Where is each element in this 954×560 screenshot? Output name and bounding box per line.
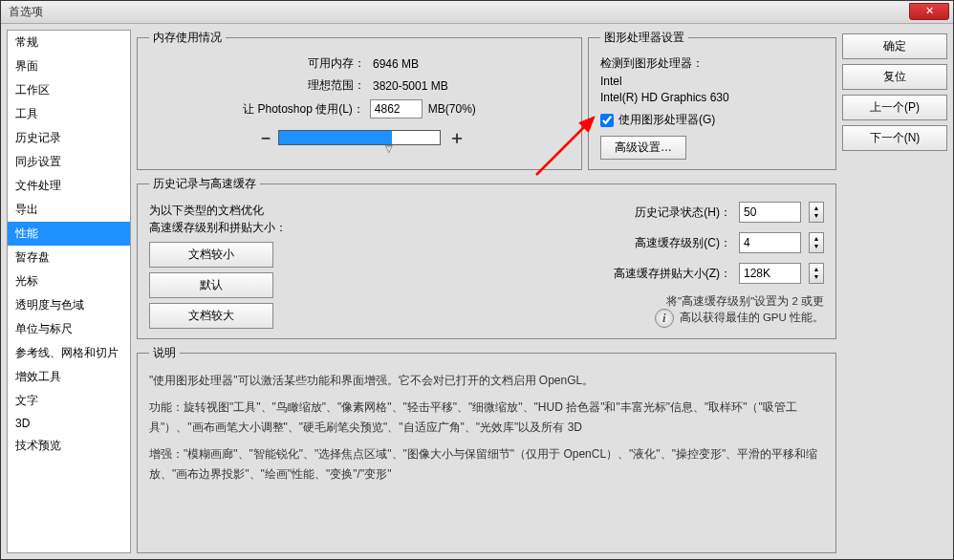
sidebar-item-7[interactable]: 导出 <box>8 198 130 222</box>
main-panel: 内存使用情况 可用内存： 6946 MB 理想范围： 3820-5001 MB … <box>137 30 836 553</box>
sidebar-item-1[interactable]: 界面 <box>8 54 130 78</box>
gpu-fieldset: 图形处理器设置 检测到图形处理器： Intel Intel(R) HD Grap… <box>588 30 836 170</box>
history-states-input[interactable] <box>739 202 801 223</box>
reset-button[interactable]: 复位 <box>842 64 947 90</box>
doc-default-button[interactable]: 默认 <box>149 272 273 298</box>
sidebar-item-15[interactable]: 文字 <box>8 389 130 413</box>
window-title: 首选项 <box>1 4 43 20</box>
sidebar-item-0[interactable]: 常规 <box>8 31 130 54</box>
close-button[interactable]: ✕ <box>909 3 949 20</box>
cache-tile-spinner[interactable]: ▲▼ <box>809 263 824 284</box>
sidebar-item-2[interactable]: 工作区 <box>8 78 130 102</box>
use-gpu-checkbox-row[interactable]: 使用图形处理器(G) <box>600 112 824 128</box>
ps-use-label: 让 Photoshop 使用(L)： <box>243 101 364 118</box>
available-mem-value: 6946 MB <box>373 57 497 71</box>
sidebar-item-14[interactable]: 增效工具 <box>8 365 130 389</box>
sidebar: 常规界面工作区工具历史记录同步设置文件处理导出性能暂存盘光标透明度与色域单位与标… <box>7 30 131 553</box>
prev-button[interactable]: 上一个(P) <box>842 95 947 120</box>
desc-p2: 功能：旋转视图"工具"、"鸟瞰缩放"、"像素网格"、"轻击平移"、"细微缩放"、… <box>149 398 824 437</box>
cache-levels-label: 高速缓存级别(C)： <box>635 235 731 251</box>
optimize-label: 为以下类型的文档优化 <box>149 204 264 217</box>
sidebar-item-17[interactable]: 技术预览 <box>8 434 130 458</box>
sidebar-item-6[interactable]: 文件处理 <box>8 174 130 198</box>
history-states-label: 历史记录状态(H)： <box>635 205 731 221</box>
cache-tile-label: 高速缓存拼贴大小(Z)： <box>614 266 731 282</box>
cache-tile-input[interactable] <box>739 263 801 284</box>
sidebar-item-9[interactable]: 暂存盘 <box>8 246 130 269</box>
gpu-advanced-button[interactable]: 高级设置… <box>600 136 686 160</box>
gpu-vendor: Intel <box>600 75 824 88</box>
memory-legend: 内存使用情况 <box>149 30 226 46</box>
gpu-legend: 图形处理器设置 <box>600 30 688 46</box>
sidebar-item-10[interactable]: 光标 <box>8 269 130 293</box>
right-button-bar: 确定 复位 上一个(P) 下一个(N) <box>842 30 947 553</box>
titlebar: 首选项 ✕ <box>1 1 953 24</box>
desc-p3: 增强："模糊画廊"、"智能锐化"、"选择焦点区域"、"图像大小与保留细节"（仅用… <box>149 444 824 484</box>
next-button[interactable]: 下一个(N) <box>842 125 947 151</box>
history-states-spinner[interactable]: ▲▼ <box>809 202 824 223</box>
info-icon: i <box>655 309 674 328</box>
sidebar-item-11[interactable]: 透明度与色域 <box>8 293 130 317</box>
cache-note-2: 高以获得最佳的 GPU 性能。 <box>680 312 824 323</box>
ideal-range-label: 理想范围： <box>222 77 365 94</box>
use-gpu-checkbox[interactable] <box>600 114 614 127</box>
ps-use-input[interactable] <box>370 99 423 118</box>
content-area: 常规界面工作区工具历史记录同步设置文件处理导出性能暂存盘光标透明度与色域单位与标… <box>1 24 953 559</box>
sidebar-item-4[interactable]: 历史记录 <box>8 126 130 150</box>
sidebar-item-3[interactable]: 工具 <box>8 102 130 126</box>
memory-fieldset: 内存使用情况 可用内存： 6946 MB 理想范围： 3820-5001 MB … <box>137 30 582 170</box>
desc-p1: "使用图形处理器"可以激活某些功能和界面增强。它不会对已打开的文档启用 Open… <box>149 371 824 390</box>
slider-minus[interactable]: － <box>257 126 271 149</box>
ps-use-suffix: MB(70%) <box>428 102 476 116</box>
history-fieldset: 历史记录与高速缓存 为以下类型的文档优化 高速缓存级别和拼贴大小： 文档较小 默… <box>137 176 836 339</box>
sidebar-item-12[interactable]: 单位与标尺 <box>8 317 130 341</box>
gpu-model: Intel(R) HD Graphics 630 <box>600 91 824 104</box>
doc-small-button[interactable]: 文档较小 <box>149 242 273 268</box>
description-legend: 说明 <box>149 345 180 361</box>
available-mem-label: 可用内存： <box>222 55 365 72</box>
sidebar-item-5[interactable]: 同步设置 <box>8 150 130 174</box>
cache-note-1: 将"高速缓存级别"设置为 2 或更 <box>666 295 824 307</box>
sidebar-item-8[interactable]: 性能 <box>8 222 130 246</box>
ok-button[interactable]: 确定 <box>842 33 947 59</box>
doc-large-button[interactable]: 文档较大 <box>149 303 273 329</box>
memory-slider[interactable] <box>278 130 441 145</box>
use-gpu-label: 使用图形处理器(G) <box>618 112 715 128</box>
history-legend: 历史记录与高速缓存 <box>149 176 260 192</box>
cache-inline-label: 高速缓存级别和拼贴大小： <box>149 221 287 234</box>
slider-plus[interactable]: ＋ <box>448 126 462 149</box>
sidebar-item-16[interactable]: 3D <box>8 413 130 434</box>
cache-levels-input[interactable] <box>739 232 801 253</box>
ideal-range-value: 3820-5001 MB <box>373 79 497 93</box>
preferences-window: 首选项 ✕ 常规界面工作区工具历史记录同步设置文件处理导出性能暂存盘光标透明度与… <box>0 0 954 560</box>
cache-levels-spinner[interactable]: ▲▼ <box>809 232 824 253</box>
description-fieldset: 说明 "使用图形处理器"可以激活某些功能和界面增强。它不会对已打开的文档启用 O… <box>137 345 836 553</box>
sidebar-item-13[interactable]: 参考线、网格和切片 <box>8 341 130 365</box>
gpu-detected-label: 检测到图形处理器： <box>600 55 824 72</box>
